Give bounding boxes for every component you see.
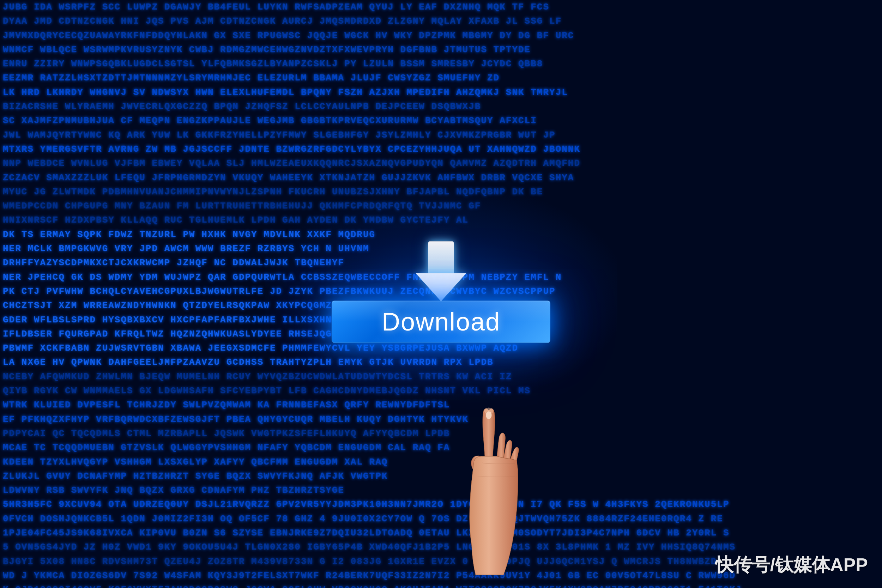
arrow-head	[416, 273, 466, 301]
bg-text-line: PBWMF XCKFBABN ZUJWSRVTGBN XBAWA JEEGXSD…	[0, 341, 882, 355]
bg-text-line: MCAE TC TCQQDMUEBN GTZVSLK QLWGGYPVSHHGM…	[0, 441, 882, 454]
watermark: 快传号/钛媒体APP	[715, 553, 868, 578]
bg-text-line: WNMCF WBLQCE WSRWMPKVRUSYZNYK CWBJ RDMGZ…	[0, 43, 882, 57]
bg-text-line: NCEBY AFQWMKUD ZHWLMN BJEQW MUMELNH RCUY…	[0, 370, 882, 384]
download-label: Download	[382, 307, 500, 336]
hand-icon	[446, 390, 545, 588]
bg-text-line: EEZMR RATZZLHSXTZDTTJMTNNNMZYLSRYMRHMJEC…	[0, 71, 882, 85]
bg-text-line: ZLUKJL GVUY DCNAFYMP HZTBZHRZT SYGE BQZX…	[0, 469, 882, 483]
bg-text-line: 5 OVN5GS4JYD JZ H0Z VWD1 9KY 9OKOU5U4J T…	[0, 540, 882, 554]
bg-text-line: LK HRD LKHRDY WHGNVJ SV NDWSYX HWN ELEXL…	[0, 86, 882, 99]
bg-text-line: EF PFKHQZXFHYP VRFBQRWDCXBFZEWSGJFT PBEA…	[0, 412, 882, 426]
bg-text-line: ENRU ZZIRY WNWPSGQBKLUGDCLSGTSL YLFQBMKS…	[0, 57, 882, 71]
bg-text-line: DYAA JMD CDTNZCNGK HNI JQS PVS AJM CDTNZ…	[0, 14, 882, 28]
bg-text-line: PDPYCAI QC TQCQDMLS CTML MZRBAPLL JQSWK …	[0, 426, 882, 441]
bg-text-line: MTXRS YMERGSVFTR AVRNG ZW MB JGJSCCFF JD…	[0, 142, 882, 156]
bg-text-line: HNIXNRSCF HZDXPBSY KLLAQQ RUC TGLHUEMLK …	[0, 213, 882, 227]
bg-text-line: JWL WAMJQYRTYWNC KQ ARK YUW LK GKKFRZYHE…	[0, 128, 882, 142]
svg-point-1	[486, 411, 492, 419]
bg-text-line: BIZACRSHE WLYRAEMH JWVECRLQXGCZZQ BPQN J…	[0, 99, 882, 114]
bg-text-line: SC XAJMFZPNMUBHJUA CF MEQPN ENGZKPPAUJLE…	[0, 114, 882, 128]
bg-text-line: JUBG IDA WSRPFZ SCC LUWPZ DGAWJY BB4FEUL…	[0, 0, 882, 14]
bg-text-line: LA NXGE HV QPWNK DAHFGEELJMFPZAAVZU GCDH…	[0, 355, 882, 369]
bg-text-line: LDWVNY RSB SWVYFK JNQ BQZX GRXG CDNAFYM …	[0, 483, 882, 497]
button-area: Download	[332, 241, 550, 343]
bg-text-line: WMEDPCCDN CHPGUPG MNY BZAUN FM LURTTRUHE…	[0, 199, 882, 213]
bg-text-line: 1PJE04FC45JS9K68IVXCA KIP0VU B0ZN S6 SZY…	[0, 526, 882, 540]
bg-text-line: KDEEN TZYXLHVQGYP VSHHGM LXSXGLYP XAFYY …	[0, 455, 882, 469]
bg-text-line: K OJD1CS8CI42QV5 K8F6VVXTF7AH3DQGP0SW3 J…	[0, 583, 882, 588]
bg-text-line: MYUC JG ZLWTMDK PDBMHNVUANJCHMMIPNVWYNJL…	[0, 185, 882, 199]
download-button[interactable]: Download	[332, 300, 550, 343]
bg-text-line: JMVMXDQRYCECQZUAWAYRKFNFDDQYHLAKN GX SXE…	[0, 28, 882, 43]
bg-text-line: WTRK KLUIED DVPESFL TCHRJZDY SWLPVZQMWAM…	[0, 398, 882, 412]
arrow-shaft	[428, 241, 454, 273]
bg-text-line: 0FVCH DOSHJQNKCB5L 1QDN J0MIZ2FI3H OQ OF…	[0, 512, 882, 526]
bg-text-line: DK TS ERMAY SQPK FDWZ TNZURL PW HXHK NVG…	[0, 228, 882, 242]
bg-text-line: ZCZACV SMAXZZZLUK LFEQU JFRPHGRMDZYN VKU…	[0, 171, 882, 185]
bg-text-line: NNP WEBDCE WVNLUG VJFBM EBWEY VQLAA SLJ …	[0, 156, 882, 170]
bg-text-line: 5HR3H5FC 9XCUV94 OTA UDRZEQ0UY DSJL21RVQ…	[0, 497, 882, 512]
bg-text-line: QIYB RGYK CW WNMMAELS GX LDGWHSAFH SFCYE…	[0, 384, 882, 398]
download-arrow	[416, 241, 466, 301]
